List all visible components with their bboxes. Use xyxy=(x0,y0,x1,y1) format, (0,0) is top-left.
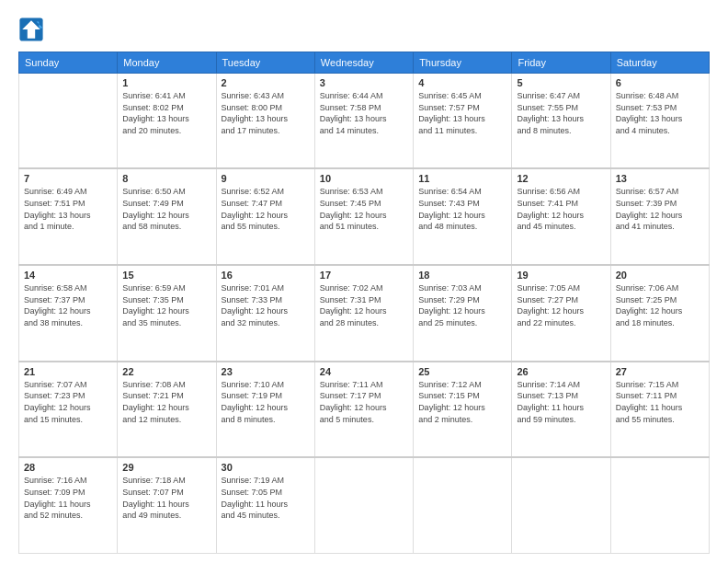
weekday-header: Wednesday xyxy=(314,52,413,74)
day-info: Sunset: 7:07 PM xyxy=(122,487,210,499)
day-info: Daylight: 11 hours xyxy=(122,499,210,511)
day-info: Sunset: 7:09 PM xyxy=(24,487,112,499)
calendar-cell: 30Sunrise: 7:19 AMSunset: 7:05 PMDayligh… xyxy=(216,457,314,553)
calendar-cell: 19Sunrise: 7:05 AMSunset: 7:27 PMDayligh… xyxy=(512,265,610,362)
weekday-header: Saturday xyxy=(610,52,709,74)
day-number: 16 xyxy=(222,270,310,281)
day-number: 19 xyxy=(517,270,605,281)
day-info: Sunset: 7:31 PM xyxy=(320,294,408,306)
day-info: Sunrise: 7:19 AM xyxy=(222,475,310,487)
day-info: Sunrise: 6:43 AM xyxy=(222,90,310,102)
calendar-cell: 7Sunrise: 6:49 AMSunset: 7:51 PMDaylight… xyxy=(19,168,118,265)
calendar-cell: 9Sunrise: 6:52 AMSunset: 7:47 PMDaylight… xyxy=(216,168,314,265)
day-info: Daylight: 12 hours xyxy=(24,305,112,317)
weekday-header: Friday xyxy=(512,52,610,74)
day-info: Sunrise: 7:05 AM xyxy=(517,282,605,294)
day-number: 12 xyxy=(517,173,605,184)
day-info: Sunrise: 6:49 AM xyxy=(24,186,112,198)
calendar-cell: 29Sunrise: 7:18 AMSunset: 7:07 PMDayligh… xyxy=(118,457,216,553)
day-info: Daylight: 12 hours xyxy=(517,210,605,222)
day-info: and 49 minutes. xyxy=(122,510,210,522)
day-info: Sunset: 7:43 PM xyxy=(418,198,506,210)
day-info: Sunrise: 7:07 AM xyxy=(24,379,112,391)
day-info: and 38 minutes. xyxy=(24,317,112,329)
day-info: Sunrise: 6:53 AM xyxy=(320,186,408,198)
day-info: Sunrise: 7:03 AM xyxy=(418,282,506,294)
day-info: Sunset: 7:13 PM xyxy=(517,390,605,402)
day-info: Sunset: 7:39 PM xyxy=(616,198,704,210)
day-info: Sunset: 7:25 PM xyxy=(616,294,704,306)
calendar-cell: 26Sunrise: 7:14 AMSunset: 7:13 PMDayligh… xyxy=(512,362,610,458)
day-number: 20 xyxy=(616,270,704,281)
day-number: 24 xyxy=(320,366,408,377)
day-number: 26 xyxy=(517,366,605,377)
day-info: Daylight: 12 hours xyxy=(320,210,408,222)
day-info: Sunset: 7:58 PM xyxy=(320,102,408,114)
day-info: Sunset: 7:45 PM xyxy=(320,198,408,210)
calendar-cell: 17Sunrise: 7:02 AMSunset: 7:31 PMDayligh… xyxy=(314,265,413,362)
calendar-cell: 5Sunrise: 6:47 AMSunset: 7:55 PMDaylight… xyxy=(512,74,610,169)
day-info: Sunset: 7:23 PM xyxy=(24,390,112,402)
day-info: Daylight: 11 hours xyxy=(517,402,605,414)
day-info: and 25 minutes. xyxy=(418,317,506,329)
day-number: 2 xyxy=(222,77,310,88)
day-number: 28 xyxy=(24,462,112,473)
day-number: 5 xyxy=(517,77,605,88)
weekday-header: Tuesday xyxy=(216,52,314,74)
logo xyxy=(18,17,46,42)
calendar-cell: 21Sunrise: 7:07 AMSunset: 7:23 PMDayligh… xyxy=(19,362,118,458)
day-info: Sunset: 7:17 PM xyxy=(320,390,408,402)
calendar-cell: 11Sunrise: 6:54 AMSunset: 7:43 PMDayligh… xyxy=(414,168,512,265)
day-info: Sunrise: 7:15 AM xyxy=(616,379,704,391)
day-info: and 45 minutes. xyxy=(517,221,605,233)
day-info: Sunrise: 7:10 AM xyxy=(222,379,310,391)
day-info: Sunset: 8:00 PM xyxy=(222,102,310,114)
day-info: Daylight: 12 hours xyxy=(418,402,506,414)
day-info: and 5 minutes. xyxy=(320,414,408,426)
day-info: and 12 minutes. xyxy=(122,414,210,426)
day-info: Sunset: 7:55 PM xyxy=(517,102,605,114)
day-info: Sunrise: 6:57 AM xyxy=(616,186,704,198)
day-info: and 8 minutes. xyxy=(517,125,605,137)
day-info: Daylight: 13 hours xyxy=(616,113,704,125)
day-info: Daylight: 13 hours xyxy=(24,210,112,222)
day-number: 6 xyxy=(616,77,704,88)
day-info: Sunrise: 7:16 AM xyxy=(24,475,112,487)
day-number: 13 xyxy=(616,173,704,184)
calendar-cell xyxy=(314,457,413,553)
day-info: Sunset: 7:41 PM xyxy=(517,198,605,210)
day-number: 21 xyxy=(24,366,112,377)
calendar-cell: 24Sunrise: 7:11 AMSunset: 7:17 PMDayligh… xyxy=(314,362,413,458)
day-info: Sunrise: 6:52 AM xyxy=(222,186,310,198)
day-info: Sunset: 7:51 PM xyxy=(24,198,112,210)
day-info: Daylight: 12 hours xyxy=(320,305,408,317)
weekday-header: Monday xyxy=(118,52,216,74)
day-info: Sunrise: 6:58 AM xyxy=(24,282,112,294)
day-info: Daylight: 12 hours xyxy=(517,305,605,317)
day-info: and 2 minutes. xyxy=(418,414,506,426)
calendar-cell: 18Sunrise: 7:03 AMSunset: 7:29 PMDayligh… xyxy=(414,265,512,362)
day-info: and 15 minutes. xyxy=(24,414,112,426)
calendar-cell: 1Sunrise: 6:41 AMSunset: 8:02 PMDaylight… xyxy=(118,74,216,169)
day-number: 1 xyxy=(122,77,210,88)
calendar-cell: 10Sunrise: 6:53 AMSunset: 7:45 PMDayligh… xyxy=(314,168,413,265)
day-info: Sunrise: 6:50 AM xyxy=(122,186,210,198)
day-info: Sunset: 7:27 PM xyxy=(517,294,605,306)
day-number: 27 xyxy=(616,366,704,377)
calendar-cell: 13Sunrise: 6:57 AMSunset: 7:39 PMDayligh… xyxy=(610,168,709,265)
day-info: Sunset: 7:57 PM xyxy=(418,102,506,114)
day-info: and 32 minutes. xyxy=(222,317,310,329)
day-info: and 55 minutes. xyxy=(222,221,310,233)
day-number: 25 xyxy=(418,366,506,377)
day-info: Sunset: 7:05 PM xyxy=(222,487,310,499)
day-number: 3 xyxy=(320,77,408,88)
day-info: Sunrise: 6:56 AM xyxy=(517,186,605,198)
day-info: Daylight: 12 hours xyxy=(122,305,210,317)
calendar-cell: 8Sunrise: 6:50 AMSunset: 7:49 PMDaylight… xyxy=(118,168,216,265)
day-info: Sunset: 8:02 PM xyxy=(122,102,210,114)
day-info: Daylight: 12 hours xyxy=(320,402,408,414)
day-info: Sunrise: 6:47 AM xyxy=(517,90,605,102)
calendar-cell: 15Sunrise: 6:59 AMSunset: 7:35 PMDayligh… xyxy=(118,265,216,362)
day-info: Daylight: 13 hours xyxy=(222,113,310,125)
day-number: 23 xyxy=(222,366,310,377)
